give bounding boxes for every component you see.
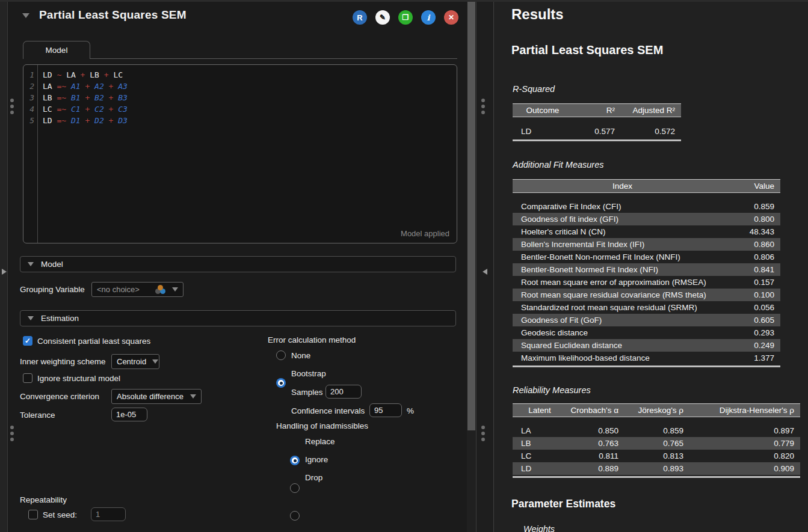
table-row: LB0.7630.7650.779 — [513, 437, 800, 450]
table-row: Bollen's Incremental Fit Index (IFI)0.86… — [513, 238, 780, 251]
section-model[interactable]: Model — [20, 256, 456, 272]
collapse-analysis-icon[interactable] — [22, 13, 29, 18]
table-row: LD0.5770.572 — [513, 124, 681, 138]
table-cell: 0.889 — [567, 464, 625, 473]
code-text: LC =~ C1 + C2 + C3 — [43, 103, 128, 115]
chevron-down-icon — [172, 287, 178, 292]
table-row: Hoelter's critical N (CN)48.343 — [513, 225, 780, 238]
code-text: LB =~ B1 + B2 + B3 — [43, 92, 128, 103]
line-number: 5 — [23, 115, 34, 126]
code-text: LD ~ LA + LB + LC — [43, 69, 123, 81]
table-cell: LD — [513, 464, 567, 473]
table-cell: Goodness of Fit (GoF) — [513, 316, 732, 325]
samples-input[interactable] — [325, 385, 362, 399]
analysis-results-heading: Partial Least Squares SEM — [511, 43, 663, 57]
panel-divider[interactable] — [476, 0, 494, 532]
table-cell: 48.343 — [732, 227, 780, 236]
edit-title-icon[interactable]: ✎ — [375, 10, 390, 25]
table-cell: Standardized root mean square residual (… — [513, 303, 732, 312]
table-cell: 0.850 — [567, 426, 625, 435]
r-syntax-icon[interactable]: R — [353, 10, 367, 25]
r-squared-table: R-Squared Outcome R² Adjusted R² LD0.577… — [513, 84, 681, 141]
seed-input[interactable] — [91, 507, 126, 521]
grouping-variable-dropdown[interactable]: <no choice> — [91, 282, 183, 297]
table-row: Goodness of Fit (GoF)0.605 — [513, 314, 780, 326]
table-cell: 0.157 — [732, 278, 780, 287]
consistent-pls-checkbox[interactable] — [23, 336, 32, 346]
ignore-structural-checkbox[interactable] — [23, 373, 32, 383]
radio-drop[interactable] — [290, 511, 300, 521]
table-cell: 0.841 — [732, 265, 780, 274]
table-cell: 0.893 — [625, 464, 689, 473]
code-text: LA =~ A1 + A2 + A3 — [43, 81, 128, 92]
inner-weighting-dropdown[interactable]: Centroid — [111, 354, 159, 369]
close-analysis-icon[interactable]: ✕ — [444, 10, 458, 25]
percent-suffix: % — [407, 406, 414, 415]
table-cell: 0.779 — [689, 439, 800, 448]
divider-grip-dots[interactable] — [481, 426, 485, 441]
column-header: Adjusted R² — [621, 106, 681, 115]
table-row: LA0.8500.8590.897 — [513, 424, 800, 437]
line-number: 2 — [23, 81, 34, 92]
table-cell: 0.859 — [732, 202, 780, 211]
scrollbar-thumb[interactable] — [467, 0, 475, 430]
radio-ignore[interactable] — [290, 483, 300, 493]
chevron-down-icon — [28, 262, 34, 266]
table-header-row: Latent Cronbach's α Jöreskog's ρ Dijkstr… — [513, 403, 800, 417]
radio-none[interactable] — [276, 350, 286, 360]
table-row: Comparative Fit Index (CFI)0.859 — [513, 200, 780, 213]
results-heading: Results — [511, 6, 564, 23]
code-line: 1LD ~ LA + LB + LC — [23, 69, 457, 81]
code-line: 4LC =~ C1 + C2 + C3 — [23, 103, 457, 115]
table-cell: Squared Euclidean distance — [513, 341, 732, 350]
tab-model[interactable]: Model — [23, 41, 90, 59]
collapse-results-arrow-icon[interactable] — [483, 269, 487, 275]
table-row: Root mean square error of approximation … — [513, 276, 780, 289]
table-cell: LD — [513, 127, 573, 136]
confidence-intervals-input[interactable] — [369, 403, 402, 417]
convergence-dropdown[interactable]: Absolute difference — [111, 389, 202, 404]
ignore-structural-label: Ignore structural model — [37, 374, 120, 383]
convergence-label: Convergence criterion — [20, 392, 99, 401]
table-cell: 0.763 — [567, 439, 625, 448]
splitter-grip-dots[interactable] — [10, 99, 14, 114]
confidence-intervals-label: Confidence intervals — [291, 406, 365, 415]
table-row: LC0.8110.8130.820 — [513, 450, 800, 462]
table-cell: Geodesic distance — [513, 328, 732, 337]
inner-weighting-label: Inner weighting scheme — [20, 357, 106, 366]
table-cell: 0.800 — [732, 215, 780, 224]
set-seed-label: Set seed: — [43, 510, 77, 519]
table-cell: 0.820 — [689, 451, 800, 460]
section-estimation[interactable]: Estimation — [20, 310, 456, 326]
tolerance-input[interactable] — [111, 408, 147, 421]
chevron-down-icon — [152, 359, 158, 364]
radio-drop-label: Drop — [305, 473, 322, 482]
splitter-grip-dots[interactable] — [10, 426, 14, 441]
left-panel-scrollbar[interactable] — [467, 0, 476, 532]
table-cell: 0.293 — [732, 328, 780, 337]
column-header: Dijkstra-Henseler's ρ — [689, 406, 800, 415]
radio-ignore-label: Ignore — [305, 455, 328, 464]
table-row: Squared Euclidean distance0.249 — [513, 339, 780, 352]
divider-grip-dots[interactable] — [481, 99, 485, 114]
duplicate-analysis-icon[interactable]: ❐ — [398, 10, 413, 25]
table-cell: Maximum likelihood-based distance — [513, 353, 732, 362]
radio-bootstrap[interactable] — [276, 378, 286, 388]
line-number: 3 — [23, 92, 34, 103]
column-header: Jöreskog's ρ — [625, 406, 689, 415]
table-title: R-Squared — [513, 84, 681, 96]
parameter-estimates-heading: Parameter Estimates — [511, 498, 615, 510]
radio-replace[interactable] — [290, 456, 300, 465]
column-header: Index — [513, 182, 732, 191]
analysis-header-icons: R ✎ ❐ i ✕ — [353, 10, 458, 25]
grouping-variable-value: <no choice> — [97, 285, 150, 294]
expand-data-panel-arrow-icon[interactable] — [2, 269, 7, 275]
model-syntax-code: 1LD ~ LA + LB + LC2LA =~ A1 + A2 + A33LB… — [23, 69, 457, 126]
code-line: 5LD =~ D1 + D2 + D3 — [23, 115, 457, 126]
model-syntax-editor[interactable]: 1LD ~ LA + LB + LC2LA =~ A1 + A2 + A33LB… — [23, 64, 457, 243]
section-model-label: Model — [41, 260, 63, 269]
info-icon[interactable]: i — [421, 10, 436, 25]
data-panel-splitter[interactable] — [0, 0, 8, 532]
model-applied-status: Model applied — [401, 229, 449, 238]
set-seed-checkbox[interactable] — [28, 510, 38, 519]
